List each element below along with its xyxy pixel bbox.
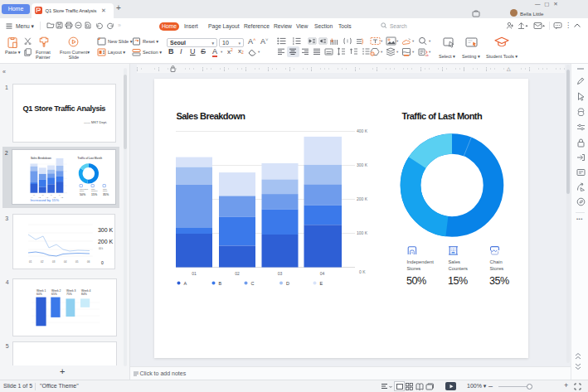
svg-text:01: 01 (29, 260, 32, 264)
svg-text:A: A (184, 281, 187, 286)
svg-text:03: 03 (51, 194, 52, 196)
svg-text:00 k: 00 k (98, 247, 103, 250)
svg-text:B: B (219, 281, 222, 286)
svg-text:35%: 35% (103, 193, 109, 196)
svg-text:01: 01 (33, 194, 35, 196)
svg-text:04: 04 (320, 271, 325, 276)
svg-text:60%: 60% (36, 293, 42, 296)
svg-text:0 K: 0 K (359, 269, 366, 274)
svg-text:Independent: Independent (407, 259, 435, 264)
svg-text:06: 06 (86, 260, 90, 264)
svg-text:05: 05 (75, 260, 78, 264)
svg-text:C: C (251, 281, 255, 286)
svg-text:04: 04 (64, 260, 67, 264)
svg-text:65%: 65% (51, 293, 57, 296)
svg-text:01: 01 (192, 271, 197, 276)
svg-text:300 K: 300 K (97, 227, 113, 233)
svg-text:Stores: Stores (490, 266, 504, 271)
svg-text:02: 02 (41, 260, 44, 264)
svg-text:50%: 50% (80, 193, 86, 196)
svg-text:Stores: Stores (80, 190, 84, 191)
svg-text:400 K: 400 K (357, 128, 368, 133)
svg-text:03: 03 (278, 271, 283, 276)
svg-text:200 K: 200 K (357, 196, 368, 201)
svg-text:• E: • E (61, 196, 64, 198)
svg-text:02: 02 (41, 194, 43, 196)
svg-text:200 K: 200 K (97, 239, 113, 244)
svg-text:Counters: Counters (91, 190, 97, 191)
svg-text:75%: 75% (66, 293, 72, 296)
svg-text:ab: ab (425, 54, 429, 56)
svg-text:0: 0 (100, 260, 103, 265)
svg-text:Stores: Stores (103, 190, 107, 191)
svg-text:04: 04 (59, 194, 61, 196)
svg-text:15%: 15% (448, 275, 468, 287)
svg-text:02: 02 (235, 271, 240, 276)
svg-text:300 K: 300 K (357, 162, 368, 167)
svg-text:Sales: Sales (449, 259, 461, 264)
svg-text:Traffic of Last Month: Traffic of Last Month (78, 157, 103, 160)
svg-text:D: D (286, 281, 289, 286)
svg-text:50%: 50% (406, 275, 426, 287)
svg-text:E: E (320, 281, 323, 286)
svg-text:Sales Breakdown: Sales Breakdown (31, 157, 51, 160)
svg-text:03: 03 (52, 260, 56, 264)
svg-text:Increased by 15%: Increased by 15% (31, 198, 60, 202)
svg-text:Stores: Stores (407, 266, 421, 271)
svg-text:100 K: 100 K (357, 230, 368, 235)
svg-text:35%: 35% (489, 275, 509, 287)
svg-text:Chain: Chain (490, 259, 503, 264)
svg-text:84%: 84% (81, 293, 87, 296)
svg-text:Counters: Counters (449, 266, 469, 271)
svg-text:15%: 15% (91, 193, 98, 196)
